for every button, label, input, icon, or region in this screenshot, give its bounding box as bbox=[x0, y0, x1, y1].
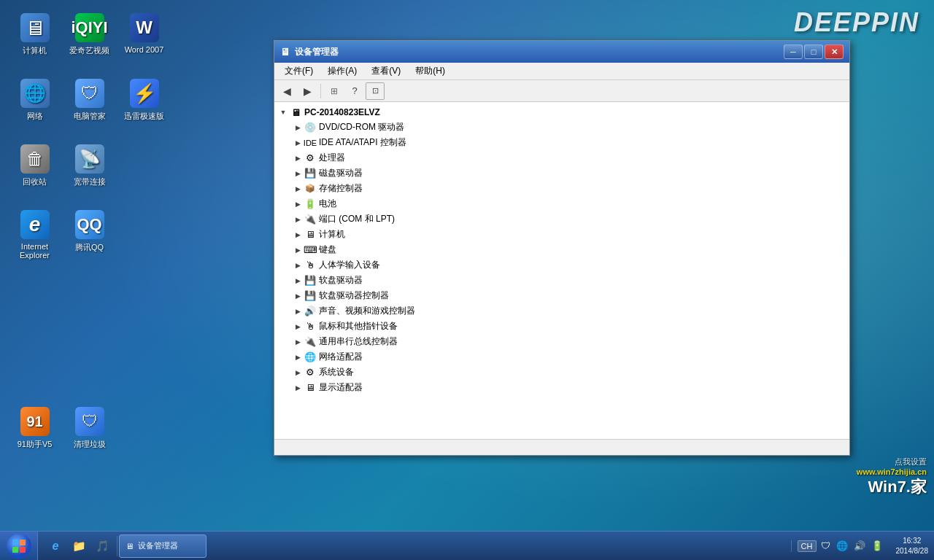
device-manager-window: 🖥 设备管理器 ─ □ ✕ 文件(F) 操作(A) 查看(V) 帮助(H) ◀ … bbox=[274, 40, 850, 456]
maximize-button[interactable]: □ bbox=[804, 44, 823, 59]
show-properties-button[interactable]: ⊞ bbox=[325, 82, 344, 100]
tree-item-comp[interactable]: ▶ 🖥 计算机 bbox=[292, 227, 846, 242]
clock[interactable]: 16:32 2014/8/28 bbox=[890, 536, 935, 556]
tree-item-port[interactable]: ▶ 🔌 端口 (COM 和 LPT) bbox=[292, 211, 846, 227]
menu-view[interactable]: 查看(V) bbox=[364, 63, 408, 79]
menu-help[interactable]: 帮助(H) bbox=[408, 63, 452, 79]
icon-recycle[interactable]: 🗑 回收站 bbox=[7, 139, 62, 204]
cpu-expand[interactable]: ▶ bbox=[292, 152, 304, 164]
system-expand[interactable]: ▶ bbox=[292, 367, 304, 378]
taskbar-task-devmgr[interactable]: 🖥 设备管理器 bbox=[119, 534, 207, 558]
quick-ie[interactable]: e bbox=[45, 536, 66, 556]
svg-rect-0 bbox=[12, 540, 18, 545]
menu-file[interactable]: 文件(F) bbox=[277, 63, 320, 79]
tree-item-keyboard[interactable]: ▶ ⌨ 键盘 bbox=[292, 242, 846, 257]
icon-word2007[interactable]: W Word 2007 bbox=[117, 7, 171, 73]
battery-label: 电池 bbox=[319, 198, 336, 210]
port-icon: 🔌 bbox=[304, 214, 317, 225]
mouse-icon: 🖱 bbox=[304, 321, 317, 332]
comp-expand[interactable]: ▶ bbox=[292, 229, 304, 241]
tree-children: ▶ 💿 DVD/CD-ROM 驱动器 ▶ IDE IDE ATA/ATAPI 控… bbox=[277, 120, 846, 395]
tray-volume-icon[interactable]: 🔊 bbox=[852, 540, 867, 551]
storage-icon: 📦 bbox=[304, 183, 317, 195]
computer-icon: 🖥 bbox=[20, 13, 50, 42]
storage-expand[interactable]: ▶ bbox=[292, 183, 304, 195]
tree-item-battery[interactable]: ▶ 🔋 电池 bbox=[292, 196, 846, 211]
update-driver-button[interactable]: ? bbox=[345, 82, 364, 100]
window-controls: ─ □ ✕ bbox=[784, 44, 844, 59]
icon-network[interactable]: 🌐 网络 bbox=[7, 73, 62, 139]
port-expand[interactable]: ▶ bbox=[292, 214, 304, 225]
tree-item-sound[interactable]: ▶ 🔊 声音、视频和游戏控制器 bbox=[292, 303, 846, 319]
tree-item-cpu[interactable]: ▶ ⚙ 处理器 bbox=[292, 150, 846, 166]
ie-icon: e bbox=[20, 210, 50, 239]
floppy-icon: 💾 bbox=[304, 275, 317, 287]
hid-expand[interactable]: ▶ bbox=[292, 260, 304, 271]
usb-expand[interactable]: ▶ bbox=[292, 336, 304, 348]
tree-item-storage[interactable]: ▶ 📦 存储控制器 bbox=[292, 181, 846, 196]
close-button[interactable]: ✕ bbox=[825, 44, 844, 59]
comp-icon: 🖥 bbox=[304, 229, 317, 241]
keyboard-expand[interactable]: ▶ bbox=[292, 244, 304, 256]
display-expand[interactable]: ▶ bbox=[292, 382, 304, 394]
tree-item-floppy-ctrl[interactable]: ▶ 💾 软盘驱动器控制器 bbox=[292, 288, 846, 303]
floppy-expand[interactable]: ▶ bbox=[292, 275, 304, 287]
tree-item-usb[interactable]: ▶ 🔌 通用串行总线控制器 bbox=[292, 334, 846, 349]
forward-button[interactable]: ▶ bbox=[298, 82, 317, 100]
promo-url: www.win7zhijia.cn bbox=[857, 467, 927, 476]
icon-91[interactable]: 91 91助手V5 bbox=[7, 401, 62, 467]
disk-expand[interactable]: ▶ bbox=[292, 168, 304, 179]
tree-item-floppy[interactable]: ▶ 💾 软盘驱动器 bbox=[292, 273, 846, 288]
tree-item-dvd[interactable]: ▶ 💿 DVD/CD-ROM 驱动器 bbox=[292, 120, 846, 135]
menubar: 文件(F) 操作(A) 查看(V) 帮助(H) bbox=[274, 63, 849, 80]
quick-media[interactable]: 🎵 bbox=[92, 536, 112, 556]
storage-label: 存储控制器 bbox=[319, 182, 363, 195]
network-expand[interactable]: ▶ bbox=[292, 351, 304, 363]
icon-qq[interactable]: QQ 腾讯QQ bbox=[62, 204, 117, 270]
disk-label: 磁盘驱动器 bbox=[319, 167, 363, 179]
tray-battery-icon[interactable]: 🔋 bbox=[870, 540, 884, 551]
tray-shield-icon[interactable]: 🛡 bbox=[819, 540, 832, 551]
dvd-expand[interactable]: ▶ bbox=[292, 122, 304, 133]
svg-rect-2 bbox=[12, 547, 18, 553]
battery-expand[interactable]: ▶ bbox=[292, 198, 304, 210]
toolbar-separator-1 bbox=[320, 84, 321, 98]
window-content[interactable]: ▼ 🖥 PC-20140823ELVZ ▶ 💿 DVD/CD-ROM 驱动器 ▶… bbox=[274, 102, 849, 439]
minimize-button[interactable]: ─ bbox=[784, 44, 803, 59]
icon-ie[interactable]: e Internet Explorer bbox=[7, 204, 62, 270]
tree-root[interactable]: ▼ 🖥 PC-20140823ELVZ bbox=[277, 105, 846, 120]
ide-expand[interactable]: ▶ bbox=[292, 137, 304, 149]
icon-computer[interactable]: 🖥 计算机 bbox=[7, 7, 62, 73]
lang-indicator[interactable]: CH bbox=[798, 540, 817, 552]
root-expand-icon[interactable]: ▼ bbox=[277, 106, 289, 118]
tree-item-system[interactable]: ▶ ⚙ 系统设备 bbox=[292, 365, 846, 380]
icon-broadband[interactable]: 📡 宽带连接 bbox=[62, 139, 117, 204]
icon-iqiyi[interactable]: iQIYI 爱奇艺视频 bbox=[62, 7, 117, 73]
mouse-label: 鼠标和其他指针设备 bbox=[319, 320, 398, 332]
tree-item-disk[interactable]: ▶ 💾 磁盘驱动器 bbox=[292, 166, 846, 181]
sound-expand[interactable]: ▶ bbox=[292, 306, 304, 317]
icon-pcmgr[interactable]: 🛡 电脑管家 bbox=[62, 73, 117, 139]
icon-label-broadband: 宽带连接 bbox=[74, 176, 106, 187]
floppy-ctrl-expand[interactable]: ▶ bbox=[292, 290, 304, 302]
icon-label-clean: 清理垃圾 bbox=[74, 439, 106, 450]
icon-clean[interactable]: 🛡 清理垃圾 bbox=[62, 401, 117, 467]
scan-changes-button[interactable]: ⊡ bbox=[366, 82, 385, 100]
clock-date: 2014/8/28 bbox=[896, 546, 929, 556]
tree-item-display[interactable]: ▶ 🖥 显示适配器 bbox=[292, 380, 846, 395]
hid-label: 人体学输入设备 bbox=[319, 259, 380, 271]
mouse-expand[interactable]: ▶ bbox=[292, 321, 304, 332]
tree-item-hid[interactable]: ▶ 🖱 人体学输入设备 bbox=[292, 257, 846, 273]
tree-item-network[interactable]: ▶ 🌐 网络适配器 bbox=[292, 349, 846, 365]
usb-label: 通用串行总线控制器 bbox=[319, 335, 398, 348]
menu-action[interactable]: 操作(A) bbox=[320, 63, 364, 79]
tree-item-mouse[interactable]: ▶ 🖱 鼠标和其他指针设备 bbox=[292, 319, 846, 334]
tray-network-icon[interactable]: 🌐 bbox=[835, 540, 849, 551]
start-button[interactable] bbox=[0, 532, 38, 561]
quick-explorer[interactable]: 📁 bbox=[69, 536, 89, 556]
tree-item-ide[interactable]: ▶ IDE IDE ATA/ATAPI 控制器 bbox=[292, 135, 846, 150]
desktop-icon-grid: 🖥 计算机 iQIYI 爱奇艺视频 W Word 2007 🌐 网络 🛡 电脑管… bbox=[7, 7, 171, 560]
root-label: PC-20140823ELVZ bbox=[304, 107, 380, 117]
back-button[interactable]: ◀ bbox=[277, 82, 296, 100]
icon-thunder[interactable]: ⚡ 迅雷极速版 bbox=[117, 73, 171, 139]
